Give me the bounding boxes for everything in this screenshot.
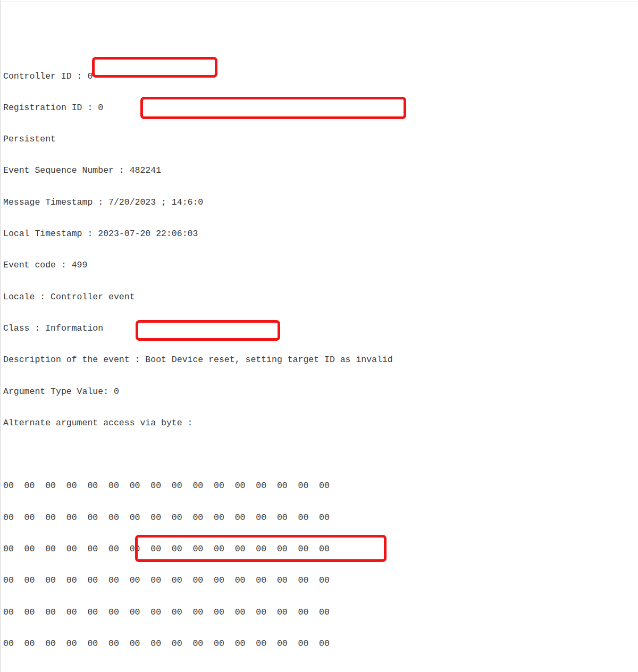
log-line-class: Class : Information bbox=[0, 323, 638, 334]
log-line-description: Description of the event : Boot Device r… bbox=[0, 355, 638, 365]
event-record-482241: Controller ID : 0 Registration ID : 0 Pe… bbox=[0, 50, 638, 672]
hex-dump-row: 00 00 00 00 00 00 00 00 00 00 00 00 00 0… bbox=[0, 513, 638, 523]
log-line-persistent: Persistent bbox=[0, 134, 638, 145]
log-line-alternate-argument: Alternate argument access via byte : bbox=[0, 418, 638, 429]
log-line-event-code: Event code : 499 bbox=[0, 260, 638, 271]
log-line-message-timestamp: Message Timestamp : 7/20/2023 ; 14:6:0 bbox=[0, 197, 638, 208]
hex-dump-row: 00 00 00 00 00 00 00 00 00 00 00 00 00 0… bbox=[0, 544, 638, 555]
log-line-locale: Locale : Controller event bbox=[0, 292, 638, 303]
blank-line bbox=[0, 449, 638, 460]
hex-dump-row: 00 00 00 00 00 00 00 00 00 00 00 00 00 0… bbox=[0, 575, 638, 586]
event-log-text: Controller ID : 0 Registration ID : 0 Pe… bbox=[0, 8, 638, 672]
hex-dump-row: 00 00 00 00 00 00 00 00 00 00 00 00 00 0… bbox=[0, 481, 638, 491]
log-line-registration-id: Registration ID : 0 bbox=[0, 103, 638, 113]
hex-dump-row: 00 00 00 00 00 00 00 00 00 00 00 00 00 0… bbox=[0, 607, 638, 618]
blank-line bbox=[0, 670, 638, 672]
log-line-local-timestamp: Local Timestamp : 2023-07-20 22:06:03 bbox=[0, 229, 638, 239]
window-top-edge bbox=[0, 1, 638, 2]
hex-dump-row: 00 00 00 00 00 00 00 00 00 00 00 00 00 0… bbox=[0, 639, 638, 649]
log-line-event-sequence-number: Event Sequence Number : 482241 bbox=[0, 165, 638, 176]
window-left-edge bbox=[0, 0, 1, 672]
log-line-argument-type: Argument Type Value: 0 bbox=[0, 387, 638, 397]
log-line-controller-id: Controller ID : 0 bbox=[0, 71, 638, 82]
